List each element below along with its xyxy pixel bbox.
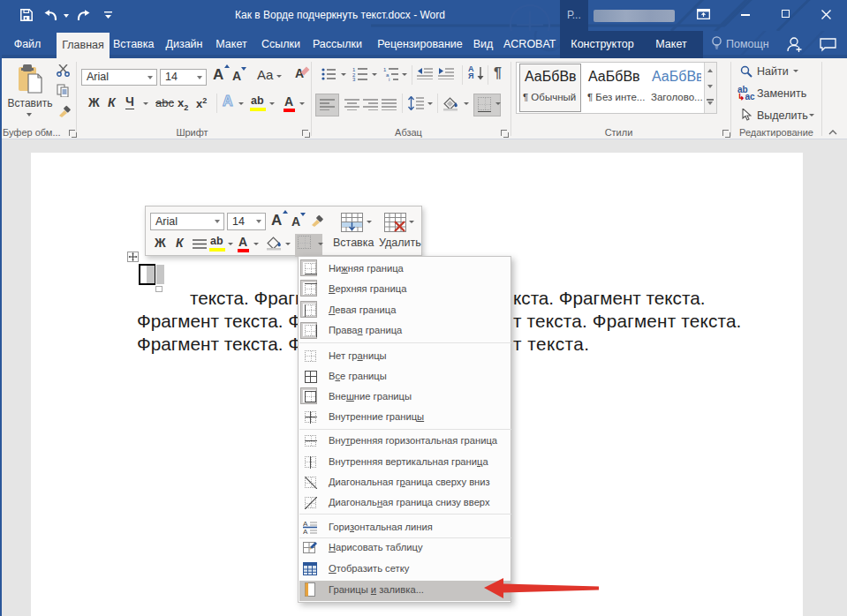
svg-text:i: i xyxy=(389,77,389,81)
svg-text:A: A xyxy=(303,520,308,528)
svg-text:3: 3 xyxy=(352,77,356,81)
svg-text:A: A xyxy=(303,528,308,535)
